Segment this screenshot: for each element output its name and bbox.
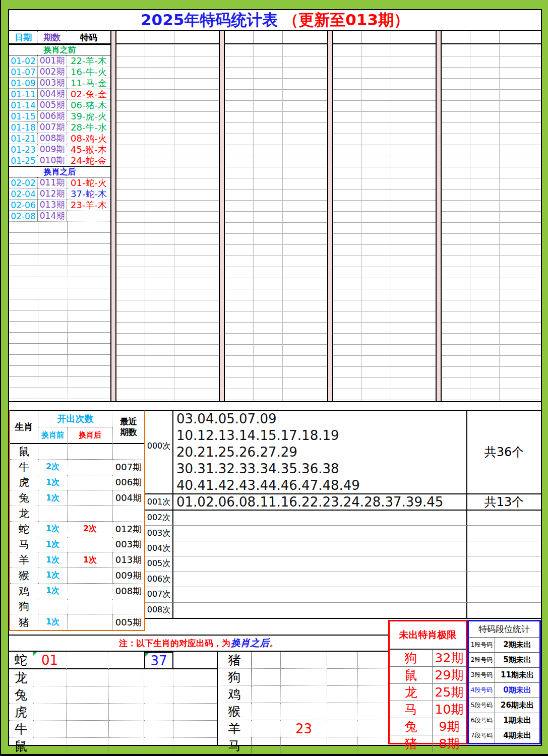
frequency-total	[467, 556, 541, 572]
grid-line	[67, 222, 68, 401]
empty-group-header	[333, 31, 436, 44]
frequency-total	[467, 587, 541, 602]
draw-date: 01-09	[9, 78, 38, 89]
bottom-code-cell	[109, 652, 144, 669]
count-after-change	[68, 475, 113, 491]
recent-period	[113, 444, 144, 460]
frequency-total: 共36个	[467, 411, 541, 494]
recent-period: 005期	[113, 614, 144, 630]
bottom-zodiac-label: 虎	[9, 704, 33, 721]
bottom-code-cell	[173, 669, 217, 686]
draw-date: 01-02	[9, 55, 38, 67]
draw-period: 002期	[38, 67, 67, 78]
frequency-label: 002次	[145, 511, 173, 526]
bottom-zodiac-label: 鸡	[218, 686, 252, 703]
missing-zodiac-periods: 8期	[433, 735, 466, 752]
header-after-change: 换肖后	[68, 427, 113, 444]
bottom-code-cell	[327, 686, 358, 703]
count-before-change: 1次	[38, 522, 68, 537]
draw-code: 45-猴-木	[67, 144, 110, 155]
draw-code: 02-兔-金	[67, 89, 110, 100]
bottom-code-cell	[67, 704, 109, 721]
column-separator	[327, 31, 333, 401]
count-before-change: 1次	[38, 614, 68, 630]
draw-date: 01-18	[9, 122, 38, 133]
segment-value: 11期未出	[495, 668, 539, 682]
bottom-code-cell	[67, 738, 109, 754]
missing-zodiac-row: 鼠29期	[390, 667, 466, 684]
header-recent-line2: 期数	[120, 427, 137, 437]
empty-column-group	[116, 31, 219, 401]
bottom-code-cell	[109, 686, 144, 704]
count-before-change	[38, 444, 68, 460]
segment-row: 1段号码2期未出	[469, 638, 539, 653]
missing-zodiac-row: 狗32期	[390, 650, 466, 667]
bottom-zodiac-label: 猴	[218, 703, 252, 720]
bottom-code-cell	[173, 704, 217, 721]
draw-code: 23-羊-木	[67, 200, 110, 211]
missing-zodiac-name: 马	[390, 701, 433, 718]
draw-history-table: 日期 期数 特码 换肖之前01-02001期22-羊-木01-07002期16-…	[9, 31, 541, 402]
note-prefix: 注：以下生肖的对应出码，为	[119, 638, 230, 649]
missing-zodiac-periods: 29期	[433, 667, 466, 683]
bottom-code-cell: 37	[144, 652, 173, 669]
zodiac-name: 猴	[10, 568, 38, 584]
draw-code: 28-牛-水	[67, 122, 110, 133]
missing-zodiac-name: 兔	[390, 718, 433, 735]
bottom-code-cell	[67, 669, 109, 686]
segment-label: 4段号码	[469, 683, 495, 698]
bottom-zodiac-label: 马	[218, 737, 252, 754]
frequency-total	[467, 572, 541, 587]
bottom-code-cell	[173, 652, 217, 669]
bottom-code-cell	[33, 669, 67, 686]
zodiac-name: 狗	[10, 599, 38, 615]
draw-code: 37-蛇-木	[67, 188, 110, 200]
empty-group-header	[225, 31, 327, 44]
bottom-code-cell	[281, 686, 327, 703]
segment-value: 2期未出	[495, 638, 539, 652]
frequency-row: 001次01.02.06.08.11.16.22.23.24.28.37.39.…	[145, 494, 541, 511]
frequency-numbers	[173, 526, 467, 541]
numbers-line: 20.21.25.26.27.29	[176, 444, 466, 461]
missing-zodiac-title: 未出特肖极限	[390, 621, 466, 650]
draw-code: 16-牛-火	[67, 67, 110, 78]
bottom-code-cell	[252, 686, 281, 703]
bottom-code-cell	[281, 737, 327, 754]
segment-value: 5期未出	[495, 653, 539, 667]
segment-label: 7段号码	[469, 728, 495, 743]
empty-group-grid	[116, 45, 219, 401]
draw-code: 01-蛇-火	[67, 177, 110, 188]
draw-row: 01-18007期28-牛-水	[9, 122, 110, 133]
bottom-code-cell	[173, 686, 217, 704]
zodiac-name: 鼠	[10, 444, 38, 460]
draw-period: 004期	[38, 89, 67, 100]
numbers-line: 40.41.42.43.44.46.47.48.49	[176, 477, 466, 494]
draw-date: 01-15	[9, 111, 38, 122]
count-after-change: 1次	[68, 552, 113, 568]
header-draw-count: 开出次数	[38, 411, 113, 427]
zodiac-name: 龙	[10, 506, 38, 522]
bottom-code-value: 23	[295, 721, 312, 736]
missing-zodiac-periods: 10期	[433, 701, 466, 718]
frequency-label: 005次	[145, 556, 173, 572]
recent-period: 007期	[113, 460, 144, 475]
statistics-sheet: 2025年特码统计表 （更新至013期） 日期 期数 特码 换肖之前01-020…	[8, 9, 542, 746]
missing-zodiac-periods: 32期	[433, 650, 466, 666]
draw-period: 011期	[38, 177, 67, 188]
missing-zodiac-periods: 9期	[433, 718, 466, 735]
draw-period: 009期	[38, 144, 67, 155]
count-before-change	[38, 506, 68, 522]
segment-value: 4期未出	[495, 728, 539, 743]
zodiac-name: 马	[10, 537, 38, 553]
column-separator	[436, 31, 442, 401]
draw-code	[67, 211, 110, 222]
note-text: 注：以下生肖的对应出码，为 换肖之后 。	[9, 635, 388, 651]
count-before-change: 1次	[38, 552, 68, 568]
zodiac-name: 鸡	[10, 584, 38, 599]
draw-row: 01-15006期39-虎-火	[9, 111, 110, 122]
frequency-numbers: 01.02.06.08.11.16.22.23.24.28.37.39.45	[173, 494, 467, 511]
draw-row: 01-11004期02-兔-金	[9, 89, 110, 100]
recent-period: 003期	[113, 537, 144, 553]
zodiac-name: 牛	[10, 460, 38, 475]
count-before-change: 2次	[38, 460, 68, 475]
